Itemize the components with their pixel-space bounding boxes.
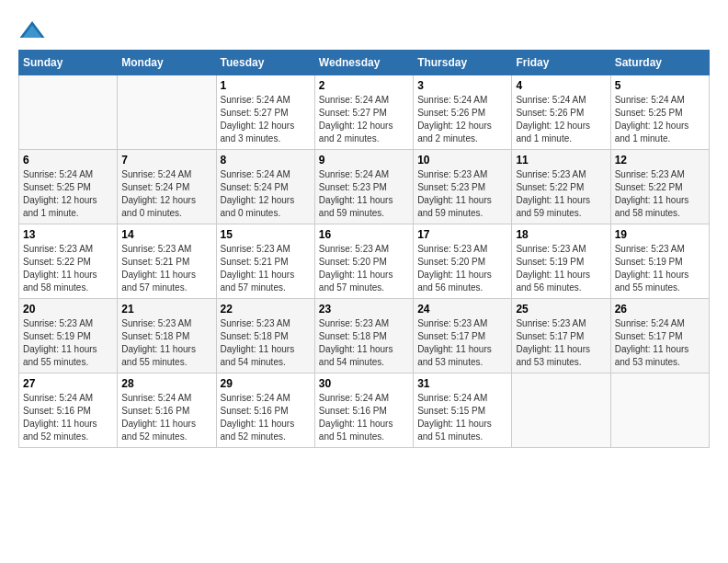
calendar-cell: 1 Sunrise: 5:24 AMSunset: 5:27 PMDayligh…: [216, 75, 314, 150]
calendar-cell: 21 Sunrise: 5:23 AMSunset: 5:18 PMDaylig…: [118, 299, 216, 373]
day-info: Sunrise: 5:23 AMSunset: 5:23 PMDaylight:…: [417, 168, 507, 220]
calendar-cell: 27 Sunrise: 5:24 AMSunset: 5:16 PMDaylig…: [19, 373, 118, 448]
day-number: 16: [319, 228, 409, 241]
day-number: 31: [417, 377, 507, 390]
day-number: 8: [221, 154, 311, 167]
day-info: Sunrise: 5:24 AMSunset: 5:24 PMDaylight:…: [121, 168, 211, 220]
day-number: 25: [516, 303, 606, 316]
weekday-header: Saturday: [610, 51, 709, 75]
day-info: Sunrise: 5:23 AMSunset: 5:19 PMDaylight:…: [23, 317, 113, 369]
day-number: 21: [121, 303, 211, 316]
calendar-cell: [512, 373, 610, 448]
day-number: 9: [319, 154, 409, 167]
day-info: Sunrise: 5:23 AMSunset: 5:21 PMDaylight:…: [121, 243, 211, 294]
day-number: 3: [417, 79, 507, 92]
calendar-cell: 18 Sunrise: 5:23 AMSunset: 5:19 PMDaylig…: [512, 224, 610, 299]
weekday-header: Monday: [118, 51, 216, 75]
calendar-week-row: 13 Sunrise: 5:23 AMSunset: 5:22 PMDaylig…: [19, 224, 710, 299]
calendar-cell: 3 Sunrise: 5:24 AMSunset: 5:26 PMDayligh…: [414, 75, 512, 150]
day-info: Sunrise: 5:23 AMSunset: 5:17 PMDaylight:…: [417, 317, 507, 369]
calendar-week-row: 6 Sunrise: 5:24 AMSunset: 5:25 PMDayligh…: [19, 150, 710, 224]
calendar-cell: 10 Sunrise: 5:23 AMSunset: 5:23 PMDaylig…: [414, 150, 512, 224]
day-number: 20: [23, 303, 113, 316]
day-info: Sunrise: 5:24 AMSunset: 5:17 PMDaylight:…: [615, 317, 705, 369]
calendar-cell: 19 Sunrise: 5:23 AMSunset: 5:19 PMDaylig…: [610, 224, 709, 299]
day-info: Sunrise: 5:24 AMSunset: 5:16 PMDaylight:…: [319, 392, 409, 443]
calendar-cell: 5 Sunrise: 5:24 AMSunset: 5:25 PMDayligh…: [610, 75, 709, 150]
day-number: 19: [615, 228, 705, 241]
calendar-cell: 17 Sunrise: 5:23 AMSunset: 5:20 PMDaylig…: [414, 224, 512, 299]
day-info: Sunrise: 5:24 AMSunset: 5:16 PMDaylight:…: [121, 392, 211, 443]
calendar-cell: 4 Sunrise: 5:24 AMSunset: 5:26 PMDayligh…: [512, 75, 610, 150]
day-info: Sunrise: 5:24 AMSunset: 5:26 PMDaylight:…: [516, 94, 606, 145]
day-info: Sunrise: 5:23 AMSunset: 5:21 PMDaylight:…: [221, 243, 311, 294]
day-info: Sunrise: 5:24 AMSunset: 5:26 PMDaylight:…: [417, 94, 507, 145]
day-number: 27: [23, 377, 113, 390]
day-number: 1: [221, 79, 311, 92]
day-number: 6: [23, 154, 113, 167]
calendar-cell: 7 Sunrise: 5:24 AMSunset: 5:24 PMDayligh…: [118, 150, 216, 224]
calendar-cell: 25 Sunrise: 5:23 AMSunset: 5:17 PMDaylig…: [512, 299, 610, 373]
day-info: Sunrise: 5:23 AMSunset: 5:22 PMDaylight:…: [615, 168, 705, 220]
calendar-cell: 12 Sunrise: 5:23 AMSunset: 5:22 PMDaylig…: [610, 150, 709, 224]
calendar-cell: 24 Sunrise: 5:23 AMSunset: 5:17 PMDaylig…: [414, 299, 512, 373]
day-number: 23: [319, 303, 409, 316]
weekday-header: Thursday: [414, 51, 512, 75]
header: [18, 18, 710, 40]
day-info: Sunrise: 5:23 AMSunset: 5:20 PMDaylight:…: [417, 243, 507, 294]
calendar-week-row: 1 Sunrise: 5:24 AMSunset: 5:27 PMDayligh…: [19, 75, 710, 150]
calendar-cell: 16 Sunrise: 5:23 AMSunset: 5:20 PMDaylig…: [314, 224, 413, 299]
calendar-cell: 9 Sunrise: 5:24 AMSunset: 5:23 PMDayligh…: [314, 150, 413, 224]
calendar-week-row: 27 Sunrise: 5:24 AMSunset: 5:16 PMDaylig…: [19, 373, 710, 448]
day-number: 14: [121, 228, 211, 241]
calendar-cell: [610, 373, 709, 448]
weekday-header: Wednesday: [314, 51, 413, 75]
day-info: Sunrise: 5:23 AMSunset: 5:18 PMDaylight:…: [221, 317, 311, 369]
weekday-row: SundayMondayTuesdayWednesdayThursdayFrid…: [19, 51, 710, 75]
weekday-header: Sunday: [19, 51, 118, 75]
day-number: 5: [615, 79, 705, 92]
logo-icon: [18, 18, 46, 40]
calendar-cell: 29 Sunrise: 5:24 AMSunset: 5:16 PMDaylig…: [216, 373, 314, 448]
day-info: Sunrise: 5:24 AMSunset: 5:15 PMDaylight:…: [417, 392, 507, 443]
day-info: Sunrise: 5:23 AMSunset: 5:20 PMDaylight:…: [319, 243, 409, 294]
logo: [18, 18, 50, 40]
calendar-cell: 23 Sunrise: 5:23 AMSunset: 5:18 PMDaylig…: [314, 299, 413, 373]
day-info: Sunrise: 5:23 AMSunset: 5:22 PMDaylight:…: [516, 168, 606, 220]
calendar-header: SundayMondayTuesdayWednesdayThursdayFrid…: [19, 51, 710, 75]
day-info: Sunrise: 5:24 AMSunset: 5:24 PMDaylight:…: [221, 168, 311, 220]
calendar-cell: 6 Sunrise: 5:24 AMSunset: 5:25 PMDayligh…: [19, 150, 118, 224]
day-info: Sunrise: 5:23 AMSunset: 5:19 PMDaylight:…: [615, 243, 705, 294]
day-number: 15: [221, 228, 311, 241]
day-number: 4: [516, 79, 606, 92]
day-info: Sunrise: 5:24 AMSunset: 5:25 PMDaylight:…: [615, 94, 705, 145]
calendar-cell: 31 Sunrise: 5:24 AMSunset: 5:15 PMDaylig…: [414, 373, 512, 448]
day-number: 2: [319, 79, 409, 92]
calendar-cell: 8 Sunrise: 5:24 AMSunset: 5:24 PMDayligh…: [216, 150, 314, 224]
day-info: Sunrise: 5:24 AMSunset: 5:16 PMDaylight:…: [221, 392, 311, 443]
day-number: 30: [319, 377, 409, 390]
day-number: 28: [121, 377, 211, 390]
calendar-cell: 26 Sunrise: 5:24 AMSunset: 5:17 PMDaylig…: [610, 299, 709, 373]
calendar-cell: 13 Sunrise: 5:23 AMSunset: 5:22 PMDaylig…: [19, 224, 118, 299]
calendar-cell: 2 Sunrise: 5:24 AMSunset: 5:27 PMDayligh…: [314, 75, 413, 150]
day-info: Sunrise: 5:23 AMSunset: 5:18 PMDaylight:…: [319, 317, 409, 369]
calendar-cell: [118, 75, 216, 150]
calendar-cell: 15 Sunrise: 5:23 AMSunset: 5:21 PMDaylig…: [216, 224, 314, 299]
day-info: Sunrise: 5:23 AMSunset: 5:22 PMDaylight:…: [23, 243, 113, 294]
day-number: 17: [417, 228, 507, 241]
day-number: 26: [615, 303, 705, 316]
day-number: 29: [221, 377, 311, 390]
day-number: 10: [417, 154, 507, 167]
calendar-cell: 22 Sunrise: 5:23 AMSunset: 5:18 PMDaylig…: [216, 299, 314, 373]
calendar-week-row: 20 Sunrise: 5:23 AMSunset: 5:19 PMDaylig…: [19, 299, 710, 373]
day-info: Sunrise: 5:24 AMSunset: 5:27 PMDaylight:…: [221, 94, 311, 145]
day-info: Sunrise: 5:24 AMSunset: 5:23 PMDaylight:…: [319, 168, 409, 220]
calendar-cell: 30 Sunrise: 5:24 AMSunset: 5:16 PMDaylig…: [314, 373, 413, 448]
calendar-cell: 20 Sunrise: 5:23 AMSunset: 5:19 PMDaylig…: [19, 299, 118, 373]
day-number: 11: [516, 154, 606, 167]
calendar-cell: 14 Sunrise: 5:23 AMSunset: 5:21 PMDaylig…: [118, 224, 216, 299]
day-info: Sunrise: 5:23 AMSunset: 5:19 PMDaylight:…: [516, 243, 606, 294]
day-number: 24: [417, 303, 507, 316]
day-info: Sunrise: 5:24 AMSunset: 5:25 PMDaylight:…: [23, 168, 113, 220]
